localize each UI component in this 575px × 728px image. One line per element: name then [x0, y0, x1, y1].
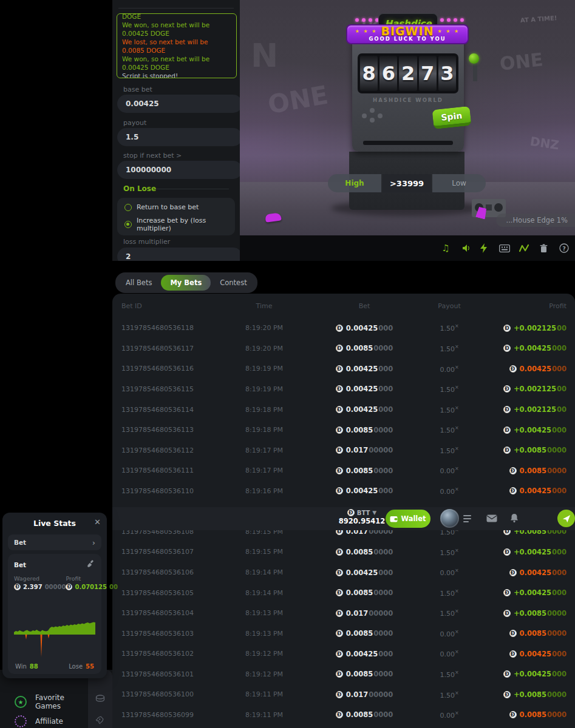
tab-contest[interactable]: Contest [211, 275, 256, 291]
graffiti-text: ONE [266, 80, 331, 120]
loss-multiplier-input[interactable] [117, 248, 240, 261]
bet-high-button[interactable]: High [328, 174, 381, 192]
bet-amount: Ð0.00425000 [316, 405, 413, 414]
bet-row[interactable]: 131978546805361178:19:20 PMÐ0.008500001.… [112, 339, 575, 359]
doge-coin-icon: Ð [336, 447, 343, 454]
tab-all-bets[interactable]: All Bets [117, 275, 161, 291]
chips-icon[interactable] [95, 694, 106, 705]
bell-icon[interactable] [510, 513, 521, 524]
bet-profit: Ð0.00850000 [486, 710, 566, 719]
bet-row[interactable]: 131978546805361138:19:18 PMÐ0.008500001.… [112, 420, 575, 440]
doge-coin-icon: Ð [336, 406, 343, 413]
doge-coin-icon: Ð [503, 345, 511, 352]
wagered-block: Wagered Ð 2.39700000 [14, 575, 66, 590]
bet-amount: Ð0.00850000 [316, 426, 413, 434]
bet-row[interactable]: 131978546805361108:19:16 PMÐ0.004250000.… [112, 481, 575, 502]
live-stats-mode-selector[interactable]: Bet › [8, 534, 101, 550]
slot-machine: 86273 HASHDICE WORLD [352, 36, 464, 152]
bet-row[interactable]: 131978546805361058:19:14 PMÐ0.008500001.… [112, 582, 575, 603]
sidebar-item-favorite-games[interactable]: ★ Favorite Games [0, 692, 88, 712]
bet-id: 13197854680536116 [121, 365, 213, 372]
avatar[interactable] [440, 509, 459, 528]
bet-time: 8:19:13 PM [213, 630, 316, 638]
bet-profit: Ð+0.00212500 [486, 324, 566, 332]
bet-range-bar: High >33999 Low [328, 174, 486, 192]
selector-label: Bet [14, 539, 26, 546]
bet-row[interactable]: 131978546805361168:19:19 PMÐ0.004250000.… [112, 359, 575, 379]
bet-payout: 1.50× [413, 690, 486, 699]
bet-row[interactable]: 131978546805361038:19:13 PMÐ0.008500000.… [112, 623, 575, 644]
bet-row[interactable]: 131978546805361028:19:12 PMÐ0.004250000.… [112, 644, 575, 664]
doge-coin-icon: Ð [503, 447, 511, 454]
bet-time: 8:19:17 PM [213, 447, 316, 454]
stop-if-next-bet-input[interactable] [117, 161, 240, 179]
currency-selector[interactable]: Ð BTT ▼ 8920.95412 [338, 509, 386, 525]
wallet-button[interactable]: Wallet [386, 510, 430, 528]
sidebar-item-affiliate[interactable]: Affiliate [0, 711, 88, 728]
bet-row[interactable]: 131978546805361018:19:12 PMÐ0.008500001.… [112, 664, 575, 685]
bet-row[interactable]: 131978546805361158:19:19 PMÐ0.004250001.… [112, 379, 575, 400]
bet-row[interactable]: 131978546805361078:19:15 PMÐ0.008500001.… [112, 542, 575, 562]
bet-row[interactable]: 131978546805361128:19:17 PMÐ0.017000001.… [112, 440, 575, 460]
spin-button[interactable]: Spin [432, 106, 471, 129]
balance-value: 8920.95412 [338, 517, 386, 525]
trash-icon[interactable] [538, 243, 549, 254]
mail-icon[interactable] [486, 513, 497, 524]
doge-coin-icon: Ð [336, 711, 343, 718]
doge-coin-icon: Ð [336, 467, 343, 474]
bet-profit: Ð+0.00850000 [486, 609, 566, 618]
sound-icon[interactable] [461, 243, 472, 254]
bet-id: 13197854680536100 [121, 690, 213, 698]
bet-amount: Ð0.00850000 [316, 710, 413, 719]
rocket-icon[interactable] [95, 716, 106, 727]
header-bet: Bet [316, 302, 413, 310]
neon-dots-left [355, 18, 379, 22]
music-icon[interactable]: ♫ [440, 243, 451, 254]
help-icon[interactable]: ? [559, 243, 570, 254]
tab-my-bets[interactable]: My Bets [161, 275, 211, 291]
turbo-icon[interactable] [478, 243, 489, 254]
doge-coin-icon: Ð [509, 711, 517, 718]
bet-row[interactable]: 131978546805361008:19:11 PMÐ0.017000001.… [112, 684, 575, 705]
bet-low-button[interactable]: Low [432, 174, 486, 192]
bet-id: 13197854680536104 [121, 609, 213, 617]
bet-payout: 0.00× [413, 568, 486, 577]
lever-knob[interactable] [469, 53, 479, 64]
doge-coin-icon: Ð [503, 325, 511, 332]
bet-time: 8:19:12 PM [213, 670, 316, 678]
win-stat: Win88 [15, 663, 38, 670]
bigwin-title: BIGWIN [381, 27, 434, 36]
bet-time: 8:19:19 PM [213, 365, 316, 372]
slot-reel-digit: 2 [399, 56, 417, 91]
bet-id: 13197854680536103 [121, 630, 213, 638]
keyboard-icon[interactable] [499, 243, 510, 254]
bet-row[interactable]: 131978546805361148:19:18 PMÐ0.004250001.… [112, 399, 575, 420]
bet-time: 8:19:11 PM [213, 690, 316, 698]
machine-caption: HASHDICE WORLD [352, 97, 464, 103]
base-bet-input[interactable] [117, 95, 240, 113]
bet-row[interactable]: 131978546805361118:19:17 PMÐ0.008500000.… [112, 460, 575, 481]
doge-coin-icon: Ð [336, 365, 343, 372]
payout-input[interactable] [117, 128, 240, 146]
radio-increase-bet-by[interactable]: Increase bet by (loss multiplier) [124, 217, 235, 232]
chat-send-button[interactable] [557, 510, 575, 527]
bet-target-value[interactable]: >33999 [383, 174, 431, 192]
bet-row[interactable]: 131978546805360998:19:11 PMÐ0.008500000.… [112, 705, 575, 726]
bet-amount: Ð0.00850000 [316, 670, 413, 678]
close-icon[interactable]: ✕ [94, 517, 101, 527]
bet-row[interactable]: 131978546805361188:19:20 PMÐ0.004250001.… [112, 318, 575, 339]
bet-profit: Ð0.00425000 [486, 568, 566, 577]
bet-profit: Ð+0.00850000 [486, 446, 566, 454]
bet-amount: Ð0.01700000 [316, 609, 413, 618]
menu-icon[interactable] [463, 515, 471, 524]
log-line: Script is stopped! [122, 72, 231, 78]
trend-icon[interactable] [519, 243, 529, 254]
card-title: Bet [14, 561, 26, 568]
broom-icon[interactable] [87, 559, 95, 570]
bet-row[interactable]: 131978546805361048:19:13 PMÐ0.017000001.… [112, 603, 575, 624]
radio-return-to-base-bet[interactable]: Return to base bet [124, 203, 235, 211]
graffiti-text: AT A TIME! [520, 15, 557, 24]
bet-row[interactable]: 131978546805361068:19:14 PMÐ0.004250000.… [112, 562, 575, 583]
bet-amount: Ð0.01700000 [316, 446, 413, 454]
log-line: DOGE [122, 13, 231, 21]
